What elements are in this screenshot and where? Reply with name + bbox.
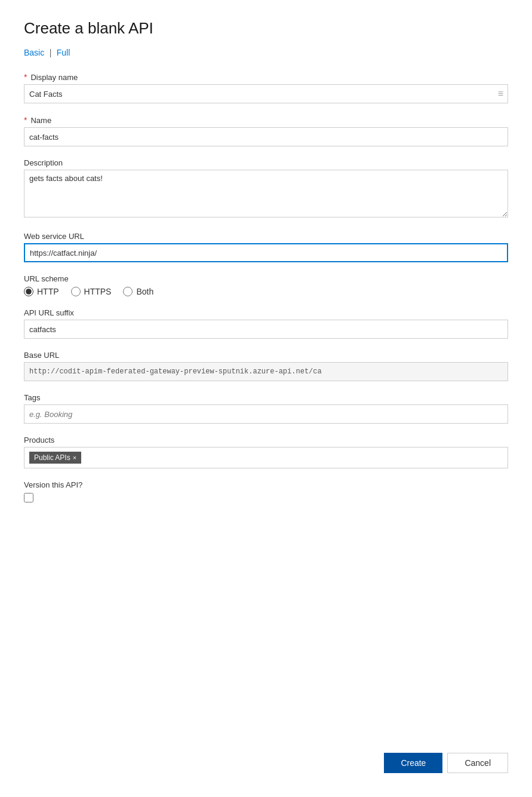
description-label: Description — [24, 158, 508, 167]
radio-both-input[interactable] — [123, 287, 133, 296]
display-name-wrapper: ≡ — [24, 84, 508, 103]
api-url-suffix-label: API URL suffix — [24, 308, 508, 317]
page-title: Create a blank API — [24, 19, 508, 38]
product-tag-close-icon[interactable]: × — [73, 454, 76, 461]
products-container[interactable]: Public APIs × — [24, 447, 508, 468]
display-name-input[interactable] — [24, 84, 508, 103]
radio-https-input[interactable] — [71, 287, 81, 296]
radio-http-input[interactable] — [24, 287, 33, 296]
list-icon: ≡ — [498, 88, 503, 99]
version-api-group: Version this API? — [24, 480, 508, 502]
version-api-checkbox[interactable] — [24, 493, 33, 502]
base-url-input — [24, 362, 508, 381]
create-button[interactable]: Create — [384, 753, 442, 773]
radio-https[interactable]: HTTPS — [71, 287, 112, 296]
tags-group: Tags — [24, 393, 508, 424]
form-actions: Create Cancel — [384, 753, 508, 773]
name-label: * Name — [24, 115, 508, 125]
web-service-url-group: Web service URL — [24, 232, 508, 262]
basic-mode-link[interactable]: Basic — [24, 48, 44, 57]
mode-links: Basic | Full — [24, 47, 508, 58]
radio-https-label: HTTPS — [84, 287, 112, 296]
web-service-url-label: Web service URL — [24, 232, 508, 241]
base-url-group: Base URL — [24, 351, 508, 381]
api-url-suffix-group: API URL suffix — [24, 308, 508, 339]
radio-both[interactable]: Both — [123, 287, 153, 296]
base-url-label: Base URL — [24, 351, 508, 360]
full-mode-link[interactable]: Full — [57, 48, 70, 57]
api-url-suffix-input[interactable] — [24, 320, 508, 339]
version-api-label: Version this API? — [24, 480, 508, 489]
url-scheme-radio-group: HTTP HTTPS Both — [24, 287, 508, 296]
mode-separator: | — [50, 48, 52, 57]
display-name-required: * — [24, 72, 27, 82]
name-group: * Name — [24, 115, 508, 146]
name-input[interactable] — [24, 127, 508, 146]
products-label: Products — [24, 436, 508, 445]
url-scheme-group: URL scheme HTTP HTTPS Both — [24, 274, 508, 296]
radio-both-label: Both — [136, 287, 153, 296]
display-name-group: * Display name ≡ — [24, 72, 508, 103]
tags-input[interactable] — [24, 404, 508, 424]
radio-http-label: HTTP — [37, 287, 59, 296]
web-service-url-input[interactable] — [24, 243, 508, 262]
tags-label: Tags — [24, 393, 508, 402]
description-group: Description gets facts about cats! — [24, 158, 508, 220]
product-tag-label: Public APIs — [34, 453, 70, 462]
cancel-button[interactable]: Cancel — [447, 753, 508, 773]
name-required: * — [24, 115, 27, 125]
products-group: Products Public APIs × — [24, 436, 508, 468]
url-scheme-label: URL scheme — [24, 274, 508, 283]
description-textarea[interactable]: gets facts about cats! — [24, 170, 508, 217]
product-tag-public-apis: Public APIs × — [29, 452, 81, 464]
radio-http[interactable]: HTTP — [24, 287, 59, 296]
version-api-checkbox-group — [24, 493, 508, 502]
display-name-label: * Display name — [24, 72, 508, 82]
